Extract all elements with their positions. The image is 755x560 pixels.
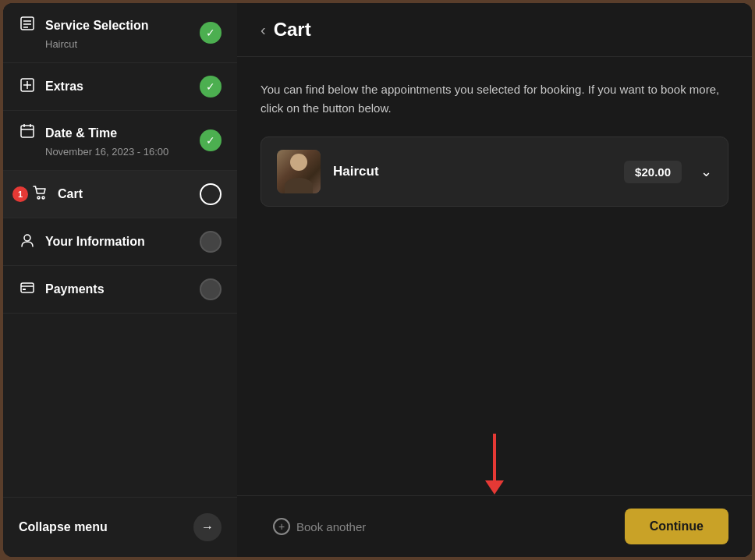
- collapse-menu-button[interactable]: →: [193, 513, 222, 541]
- svg-point-13: [24, 235, 30, 241]
- cart-item-card: Haircut $20.00 ⌄: [261, 136, 728, 207]
- extras-icon: [19, 77, 36, 97]
- cart-notification-badge: 1: [12, 186, 28, 202]
- extras-label: Extras: [45, 80, 83, 94]
- cart-item-image: [277, 150, 321, 193]
- service-selection-icon: [19, 16, 36, 35]
- arrow-shaft: [493, 434, 496, 480]
- your-information-badge: [200, 231, 222, 253]
- main-body: You can find below the appointments you …: [237, 57, 752, 495]
- your-information-label: Your Information: [45, 235, 145, 249]
- svg-rect-14: [21, 283, 34, 292]
- date-time-sub: November 16, 2023 - 16:00: [45, 146, 200, 158]
- your-information-icon: [19, 232, 36, 252]
- continue-button[interactable]: Continue: [625, 509, 728, 544]
- service-selection-badge: ✓: [200, 22, 222, 44]
- arrow-indicator: [485, 434, 504, 494]
- payments-label: Payments: [45, 282, 105, 296]
- svg-rect-7: [21, 126, 34, 137]
- sidebar-item-service-selection[interactable]: Service Selection Haircut ✓: [3, 3, 237, 63]
- collapse-menu[interactable]: Collapse menu →: [3, 497, 237, 557]
- main-header: ‹ Cart: [237, 3, 752, 57]
- barber-thumbnail: [277, 150, 321, 193]
- extras-badge: ✓: [200, 76, 222, 97]
- sidebar-item-your-information[interactable]: Your Information: [3, 218, 237, 266]
- book-another-label: Book another: [296, 520, 366, 533]
- sidebar-item-extras[interactable]: Extras ✓: [3, 63, 237, 111]
- cart-label: Cart: [58, 187, 83, 201]
- modal: Service Selection Haircut ✓ Extras: [3, 3, 752, 557]
- book-another-icon: +: [273, 518, 290, 535]
- sidebar: Service Selection Haircut ✓ Extras: [3, 3, 237, 557]
- back-button[interactable]: ‹: [261, 21, 266, 39]
- sidebar-item-date-time[interactable]: Date & Time November 16, 2023 - 16:00 ✓: [3, 111, 237, 171]
- main-footer: + Book another Continue: [237, 495, 752, 557]
- main-content: ‹ Cart You can find below the appointmen…: [237, 3, 752, 557]
- book-another-button[interactable]: + Book another: [261, 510, 378, 543]
- page-title: Cart: [274, 19, 311, 41]
- svg-point-12: [42, 197, 44, 199]
- cart-icon: [31, 185, 48, 204]
- collapse-menu-label: Collapse menu: [19, 520, 108, 534]
- payments-icon: [19, 280, 36, 299]
- date-time-badge: ✓: [200, 129, 222, 151]
- sidebar-item-cart[interactable]: 1 Cart: [3, 171, 237, 218]
- cart-item-expand-icon[interactable]: ⌄: [700, 163, 712, 180]
- cart-item-name: Haircut: [333, 164, 611, 179]
- description-text: You can find below the appointments you …: [261, 80, 728, 118]
- svg-point-11: [37, 197, 40, 199]
- payments-badge: [200, 278, 222, 300]
- cart-badge: [200, 183, 222, 205]
- arrow-head: [485, 480, 504, 494]
- date-time-icon: [19, 123, 36, 143]
- service-selection-sub: Haircut: [45, 38, 200, 50]
- date-time-label: Date & Time: [45, 126, 117, 140]
- svg-rect-16: [23, 289, 26, 290]
- service-selection-label: Service Selection: [45, 19, 149, 33]
- cart-item-price: $20.00: [624, 161, 682, 183]
- sidebar-item-payments[interactable]: Payments: [3, 266, 237, 314]
